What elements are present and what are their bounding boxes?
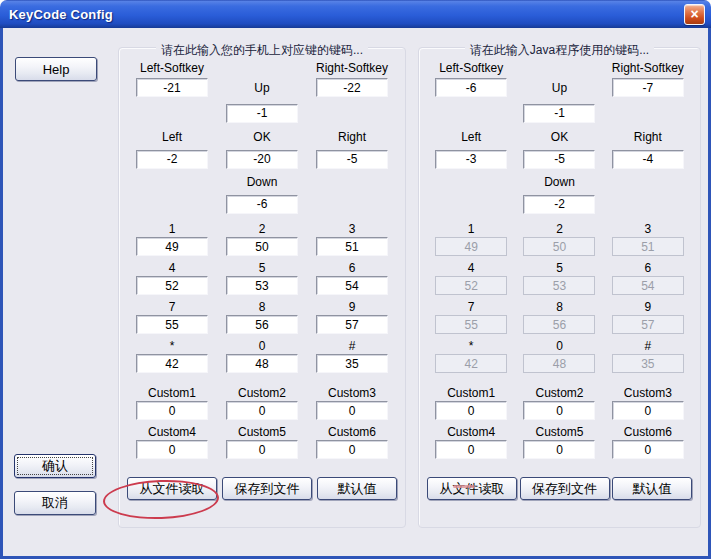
- phone-key-3-input[interactable]: [316, 237, 388, 256]
- phone-key-6-input[interactable]: [316, 276, 388, 295]
- java-load-from-file-button[interactable]: 从文件读取: [427, 477, 517, 500]
- java-left-softkey-input[interactable]: [435, 78, 507, 97]
- java-defaults-button[interactable]: 默认值: [612, 477, 692, 500]
- custom6-label: Custom6: [328, 425, 376, 440]
- left-softkey-label: Left-Softkey: [427, 61, 515, 75]
- java-save-to-file-button[interactable]: 保存到文件: [520, 477, 610, 500]
- phone-key-1-input[interactable]: [136, 237, 208, 256]
- phone-down-input[interactable]: [226, 195, 298, 214]
- java-custom3-input[interactable]: [612, 401, 684, 420]
- key-7-label: 7: [468, 300, 475, 315]
- phone-group-caption: 请在此输入您的手机上对应键的键码...: [119, 40, 405, 59]
- ok-label: OK: [515, 130, 603, 144]
- key-star-label: *: [170, 339, 175, 354]
- key-2-label: 2: [259, 222, 266, 237]
- key-4-label: 4: [468, 261, 475, 276]
- phone-custom4-input[interactable]: [136, 440, 208, 459]
- java-custom5-input[interactable]: [523, 440, 595, 459]
- custom3-label: Custom3: [328, 386, 376, 401]
- titlebar[interactable]: KeyCode Config ×: [0, 0, 711, 28]
- window-title: KeyCode Config: [9, 7, 113, 22]
- java-right-input[interactable]: [612, 150, 684, 169]
- java-key-4-input: [435, 276, 507, 295]
- java-key-1-input: [435, 237, 507, 256]
- phone-key-4-input[interactable]: [136, 276, 208, 295]
- java-key-star-input: [435, 354, 507, 373]
- custom3-label: Custom3: [624, 386, 672, 401]
- keycode-config-window: KeyCode Config × Help 确认 取消 请在此输入您的手机上对应…: [0, 0, 711, 559]
- java-key-0-input: [523, 354, 595, 373]
- phone-key-9-input[interactable]: [316, 315, 388, 334]
- phone-key-2-input[interactable]: [226, 237, 298, 256]
- help-button[interactable]: Help: [15, 57, 97, 81]
- close-icon: ×: [690, 6, 698, 22]
- java-custom2-input[interactable]: [523, 401, 595, 420]
- phone-key-5-input[interactable]: [226, 276, 298, 295]
- phone-save-to-file-button[interactable]: 保存到文件: [222, 477, 312, 500]
- phone-right-softkey-input[interactable]: [316, 78, 388, 97]
- phone-key-8-input[interactable]: [226, 315, 298, 334]
- phone-key-star-input[interactable]: [136, 354, 208, 373]
- java-key-8-input: [523, 315, 595, 334]
- left-label: Left: [427, 130, 515, 144]
- phone-key-0-input[interactable]: [226, 354, 298, 373]
- java-right-softkey-input[interactable]: [612, 78, 684, 97]
- phone-custom2-input[interactable]: [226, 401, 298, 420]
- java-customs-grid: Custom1 Custom2 Custom3 Custom4 Custom5 …: [419, 386, 700, 464]
- left-label: Left: [127, 130, 217, 144]
- right-label: Right: [307, 130, 397, 144]
- phone-keypad-grid: 1 2 3 4 5 6 7 8 9 * 0 #: [119, 222, 405, 378]
- right-softkey-label: Right-Softkey: [604, 61, 692, 75]
- custom4-label: Custom4: [148, 425, 196, 440]
- phone-file-buttons: 从文件读取 保存到文件 默认值: [127, 477, 397, 500]
- phone-custom6-input[interactable]: [316, 440, 388, 459]
- down-label: Down: [217, 175, 307, 189]
- java-custom1-input[interactable]: [435, 401, 507, 420]
- java-ok-input[interactable]: [523, 150, 595, 169]
- phone-key-hash-input[interactable]: [316, 354, 388, 373]
- phone-up-input[interactable]: [226, 104, 298, 123]
- java-key-2-input: [523, 237, 595, 256]
- ok-label: OK: [217, 130, 307, 144]
- java-keycodes-group: 请在此输入Java程序使用的键码... Left-Softkey Right-S…: [418, 47, 701, 528]
- java-key-hash-input: [612, 354, 684, 373]
- java-up-input[interactable]: [523, 104, 595, 123]
- java-custom4-input[interactable]: [435, 440, 507, 459]
- phone-custom3-input[interactable]: [316, 401, 388, 420]
- java-left-input[interactable]: [435, 150, 507, 169]
- java-keypad-grid: 1 2 3 4 5 6 7 8 9 * 0 #: [419, 222, 700, 378]
- phone-left-input[interactable]: [136, 150, 208, 169]
- phone-right-input[interactable]: [316, 150, 388, 169]
- java-custom6-input[interactable]: [612, 440, 684, 459]
- phone-keycodes-group: 请在此输入您的手机上对应键的键码... Left-Softkey Right-S…: [118, 47, 406, 528]
- phone-nav-grid: Left-Softkey Right-Softkey Up Left OK Ri…: [119, 60, 405, 216]
- custom5-label: Custom5: [535, 425, 583, 440]
- phone-custom1-input[interactable]: [136, 401, 208, 420]
- key-9-label: 9: [644, 300, 651, 315]
- phone-left-softkey-input[interactable]: [136, 78, 208, 97]
- custom2-label: Custom2: [535, 386, 583, 401]
- phone-key-7-input[interactable]: [136, 315, 208, 334]
- key-5-label: 5: [556, 261, 563, 276]
- phone-ok-input[interactable]: [226, 150, 298, 169]
- java-file-buttons: 从文件读取 保存到文件 默认值: [427, 477, 692, 500]
- key-2-label: 2: [556, 222, 563, 237]
- java-down-input[interactable]: [523, 195, 595, 214]
- key-8-label: 8: [259, 300, 266, 315]
- key-0-label: 0: [259, 339, 266, 354]
- java-group-caption: 请在此输入Java程序使用的键码...: [419, 40, 700, 59]
- confirm-button[interactable]: 确认: [14, 454, 96, 478]
- close-button[interactable]: ×: [684, 4, 705, 25]
- java-nav-grid: Left-Softkey Right-Softkey Up Left OK Ri…: [419, 60, 700, 216]
- phone-load-from-file-button[interactable]: 从文件读取: [127, 477, 217, 500]
- phone-defaults-button[interactable]: 默认值: [317, 477, 397, 500]
- custom1-label: Custom1: [148, 386, 196, 401]
- cancel-button[interactable]: 取消: [14, 491, 96, 515]
- key-hash-label: #: [349, 339, 356, 354]
- key-hash-label: #: [644, 339, 651, 354]
- custom4-label: Custom4: [447, 425, 495, 440]
- phone-custom5-input[interactable]: [226, 440, 298, 459]
- key-1-label: 1: [468, 222, 475, 237]
- phone-customs-grid: Custom1 Custom2 Custom3 Custom4 Custom5 …: [119, 386, 405, 464]
- key-7-label: 7: [169, 300, 176, 315]
